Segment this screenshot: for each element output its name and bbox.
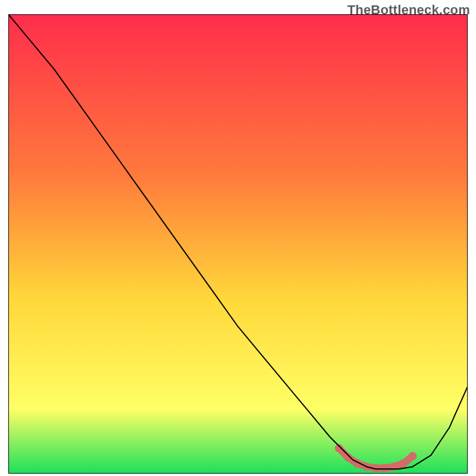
highlight-dot <box>408 452 416 461</box>
chart-container: TheBottleneck.com <box>0 0 476 476</box>
chart-plot-area <box>8 14 468 474</box>
highlight-dot <box>381 464 389 472</box>
chart-svg <box>8 14 468 474</box>
highlight-dot <box>399 459 408 468</box>
gradient-background <box>8 14 468 474</box>
highlight-dot <box>390 462 398 471</box>
